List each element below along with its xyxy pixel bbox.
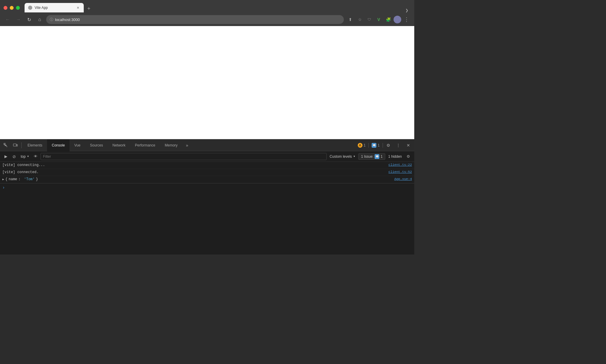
issue-count: 1 [381,154,383,159]
url-bar[interactable]: ⓘ localhost:3000 [46,15,344,24]
console-line-object: ▶ { name : 'Tom' } App.vue:4 [0,176,414,183]
eye-icon: 👁 [34,154,38,159]
info-count: 1 [378,143,380,147]
object-colon: : [18,177,20,181]
shield-icon[interactable]: 🛡 [365,15,373,24]
console-toolbar: ▶ ⊘ top ▼ 👁 Custom levels ▼ 1 Issue: 💬 1… [0,151,414,162]
new-tab-button[interactable]: + [85,5,93,12]
address-bar: ← → ↻ ⌂ ⓘ localhost:3000 ⬆ ☆ 🛡 V 🧩 ⋮ [0,13,414,26]
tab-end: ❯ [93,8,411,12]
custom-levels-button[interactable]: Custom levels ▼ [328,154,357,159]
tab-bar: Vite App ✕ + ❯ [25,3,411,12]
maximize-button[interactable] [16,6,20,10]
object-key: name [9,177,17,181]
minimize-button[interactable] [10,6,14,10]
hidden-button[interactable]: 1 hidden [386,154,404,159]
devtools-settings-button[interactable]: ⚙ [383,141,393,150]
toolbar-separator [21,142,22,148]
reload-button[interactable]: ↻ [25,15,33,24]
console-prompt: › [2,185,5,190]
console-line-1-source[interactable]: client.ts:22 [389,163,412,167]
open-brace: { [5,177,7,181]
eye-button[interactable]: 👁 [32,153,39,160]
menu-button[interactable]: ⋮ [402,15,411,24]
chevron-down-icon: ❯ [405,8,408,12]
tab-performance[interactable]: Performance [130,139,160,151]
context-selector[interactable]: top ▼ [19,154,31,159]
home-button[interactable]: ⌂ [36,15,44,24]
page-content [0,26,414,139]
context-dropdown-icon: ▼ [27,155,29,158]
devtools-tab-bar: Elements Console Vue Sources Network Per… [0,139,414,151]
console-line-2-content: [vite] connected. [2,170,38,174]
devtools-close-button[interactable]: ✕ [404,141,413,150]
context-label: top [21,154,26,159]
device-toggle-button[interactable] [11,141,20,150]
tab-elements[interactable]: Elements [23,139,47,151]
hidden-label: 1 hidden [388,154,402,159]
svg-rect-1 [13,144,16,146]
custom-levels-dropdown-icon: ▼ [353,155,355,158]
issue-button[interactable]: 1 Issue: 💬 1 [358,153,385,160]
back-button[interactable]: ← [4,15,12,24]
window-controls [4,6,20,10]
svg-rect-2 [17,144,17,146]
badge-separator [368,143,369,148]
devtools-right-actions: ⚠ 1 💬 1 ⚙ ⋮ ✕ [355,141,413,150]
extension-v-button[interactable]: V [375,15,383,24]
tab-title: Vite App [35,6,73,10]
devtools-more-button[interactable]: ⋮ [394,141,403,150]
info-badge-button[interactable]: 💬 1 [369,142,382,149]
console-run-button[interactable]: ▶ [2,153,9,160]
badge-separator-2 [383,143,383,148]
tab-favicon [28,6,32,10]
devtools-empty-area [0,208,414,255]
warning-icon: ⚠ [358,143,362,148]
tab-vue[interactable]: Vue [70,139,85,151]
run-icon: ▶ [4,154,7,159]
console-line-1: [vite] connecting... client.ts:22 [0,162,414,169]
address-bar-actions: ⬆ ☆ 🛡 V 🧩 ⋮ [346,15,411,24]
console-settings-button[interactable]: ⚙ [405,153,412,160]
share-button[interactable]: ⬆ [346,15,354,24]
console-line-2-source[interactable]: client.ts:52 [389,170,412,174]
url-text: localhost:3000 [55,17,340,22]
warning-count: 1 [364,143,366,147]
console-line-object-source[interactable]: App.vue:4 [394,177,412,181]
custom-levels-label: Custom levels [330,154,352,159]
warning-badge-button[interactable]: ⚠ 1 [355,142,368,149]
more-tabs-button[interactable]: » [182,141,192,150]
security-icon: ⓘ [50,17,53,22]
clear-icon: ⊘ [12,154,16,159]
tab-console[interactable]: Console [47,139,70,151]
expand-arrow[interactable]: ▶ [2,178,4,181]
console-clear-button[interactable]: ⊘ [11,153,18,160]
profile-button[interactable] [394,16,401,23]
browser-chrome: Vite App ✕ + ❯ ← → ↻ ⌂ ⓘ localhost:3000 … [0,0,414,26]
console-line-2: [vite] connected. client.ts:52 [0,169,414,176]
tab-network[interactable]: Network [108,139,130,151]
inspect-element-button[interactable] [1,141,11,150]
console-input[interactable] [7,186,412,190]
close-brace: } [36,177,38,181]
extensions-button[interactable]: 🧩 [384,15,392,24]
tab-memory[interactable]: Memory [160,139,182,151]
bookmark-button[interactable]: ☆ [356,15,364,24]
tab-close-button[interactable]: ✕ [75,5,80,10]
info-icon: 💬 [372,143,376,148]
tab-sources[interactable]: Sources [85,139,108,151]
title-bar: Vite App ✕ + ❯ [0,0,414,13]
close-button[interactable] [4,6,7,10]
devtools-panel: Elements Console Vue Sources Network Per… [0,139,414,255]
issue-badge: 💬 [375,154,379,159]
console-output: [vite] connecting... client.ts:22 [vite]… [0,162,414,208]
console-input-area: › [0,183,414,192]
console-object: ▶ { name : 'Tom' } [2,177,38,181]
filter-input[interactable] [41,153,327,160]
issue-label: 1 Issue: [361,154,373,159]
active-tab[interactable]: Vite App ✕ [25,3,84,12]
forward-button[interactable]: → [14,15,22,24]
console-line-1-content: [vite] connecting... [2,163,45,167]
object-value: 'Tom' [24,177,35,181]
